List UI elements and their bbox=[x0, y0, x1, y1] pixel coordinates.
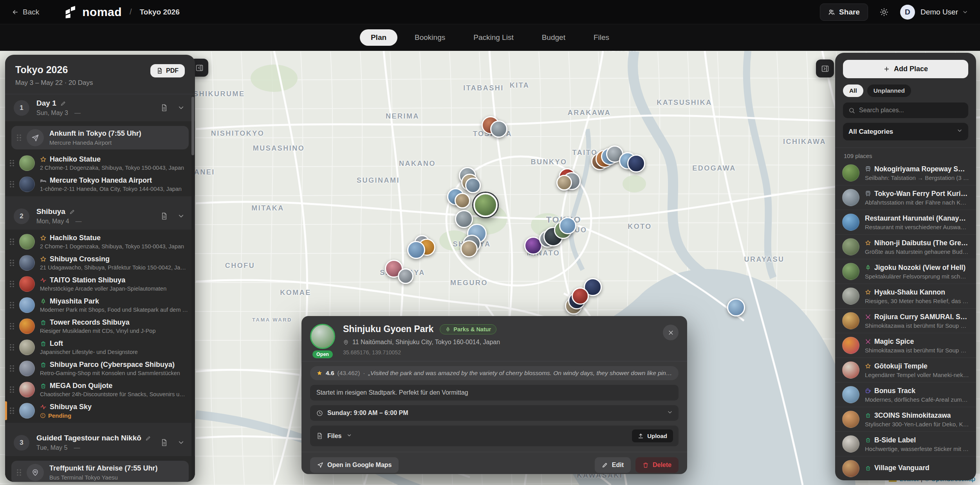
drag-handle[interactable] bbox=[10, 281, 14, 287]
place-list-item[interactable]: Gōtokuji TempleLegendärer Tempel voller … bbox=[835, 358, 976, 383]
place-list-item[interactable]: Hyaku-Shaku KannonRiesiges, 30 Meter hoh… bbox=[835, 284, 976, 309]
pdf-export-button[interactable]: PDF bbox=[150, 64, 185, 77]
place-list-item[interactable]: Nokogiriyama Ropeway Sum...Seilbahn: Tal… bbox=[835, 161, 976, 185]
tab-budget[interactable]: Budget bbox=[531, 29, 576, 46]
place-list-item[interactable]: 3COINS ShimokitazawaStylischer 300-Yen-L… bbox=[835, 407, 976, 432]
chevron-down-icon[interactable] bbox=[177, 104, 185, 111]
map-marker[interactable] bbox=[556, 175, 572, 190]
add-place-button[interactable]: Add Place bbox=[843, 60, 968, 78]
itinerary-place-row[interactable]: MEGA Don QuijoteChaotischer 24h-Discount… bbox=[5, 379, 195, 400]
files-row[interactable]: Files Upload bbox=[310, 426, 679, 446]
drag-handle[interactable] bbox=[10, 408, 14, 414]
drag-handle[interactable] bbox=[10, 302, 14, 309]
place-list-item[interactable]: Bonus TrackModernes, dörfliches Café-Are… bbox=[835, 383, 976, 407]
itinerary-place-row[interactable]: Mercure Tokyo Haneda Airport 1-chōme-2-1… bbox=[5, 174, 195, 195]
map-marker-selected[interactable] bbox=[473, 193, 498, 217]
place-list-item[interactable]: Village Vanguard bbox=[835, 456, 976, 480]
delete-button[interactable]: Delete bbox=[635, 457, 679, 473]
chevron-down-icon[interactable] bbox=[962, 9, 968, 15]
tab-bookings[interactable]: Bookings bbox=[404, 29, 456, 46]
place-list-item[interactable]: Rojiura Curry SAMURAI. Shim...Shimokitaz… bbox=[835, 309, 976, 333]
search-input[interactable] bbox=[859, 107, 963, 114]
close-button[interactable] bbox=[663, 325, 679, 340]
itinerary-place-row[interactable]: Tower Records ShibuyaRiesiger Musikladen… bbox=[5, 316, 195, 337]
nomad-logo-icon bbox=[64, 5, 78, 19]
itinerary-place-row[interactable]: Hachiko Statue2 Chome-1 Dogenzaka, Shibu… bbox=[5, 231, 195, 252]
place-list-item[interactable]: Jigoku Nozoki (View of Hell)Spektakuläre… bbox=[835, 259, 976, 284]
pencil-icon[interactable] bbox=[145, 435, 151, 441]
itinerary-place-row[interactable]: Shibuya Crossing21 Udagawacho, Shibuya, … bbox=[5, 252, 195, 273]
day-notes-icon[interactable] bbox=[161, 439, 168, 446]
open-google-maps-button[interactable]: Open in Google Maps bbox=[310, 457, 399, 473]
itinerary-place-row[interactable]: Miyashita ParkModerner Park mit Shops, F… bbox=[5, 295, 195, 316]
place-list-item[interactable]: Magic SpiceShimokitazawa ist berühmt für… bbox=[835, 333, 976, 358]
day-1-header[interactable]: 1 Day 1 Sun, May 3 — bbox=[5, 94, 195, 121]
map-marker[interactable] bbox=[727, 298, 745, 316]
map-marker[interactable] bbox=[460, 240, 478, 257]
drag-handle[interactable] bbox=[10, 323, 14, 330]
edit-button[interactable]: Edit bbox=[595, 457, 631, 473]
scrollbar-thumb[interactable] bbox=[191, 97, 194, 155]
filter-all-chip[interactable]: All bbox=[843, 84, 863, 97]
map-marker[interactable] bbox=[627, 154, 645, 172]
drag-handle[interactable] bbox=[10, 239, 14, 245]
category-filter-select[interactable]: All Categories bbox=[843, 123, 968, 140]
chevron-down-icon[interactable] bbox=[177, 212, 185, 220]
itinerary-place-row[interactable]: Hachiko Statue 2 Chome-1 Dogenzaka, Shib… bbox=[5, 153, 195, 174]
place-list-item[interactable]: B-Side LabelHochwertige, wasserfeste Sti… bbox=[835, 432, 976, 456]
itinerary-place-row[interactable]: TAITO Station ShibuyaMehrstöckige Arcade… bbox=[5, 273, 195, 295]
rating-review-pill[interactable]: 4.6 (43.462) · „Visited the park and was… bbox=[310, 366, 679, 380]
place-list-item[interactable]: Tokyo-Wan Ferry Port Kuriha...Abfahrtsst… bbox=[835, 185, 976, 210]
tab-packing-list[interactable]: Packing List bbox=[462, 29, 524, 46]
places-list[interactable]: Nokogiriyama Ropeway Sum...Seilbahn: Tal… bbox=[835, 161, 976, 480]
map-marker[interactable] bbox=[455, 210, 473, 228]
itinerary-place-row[interactable]: LoftJapanischer Lifestyle- und Designsto… bbox=[5, 337, 195, 358]
drag-handle[interactable] bbox=[10, 260, 14, 266]
map-marker[interactable] bbox=[572, 287, 589, 305]
drag-handle[interactable] bbox=[10, 365, 14, 372]
place-list-item[interactable]: Nihon-ji Daibutsu (The Great ...Größte a… bbox=[835, 235, 976, 259]
drag-handle[interactable] bbox=[10, 386, 14, 393]
collapse-right-panel-button[interactable] bbox=[816, 59, 834, 77]
opening-hours-row[interactable]: Sunday: 9:00 AM – 6:00 PM bbox=[310, 405, 679, 421]
place-list-item[interactable]: Restaurant Harunatei (Kanaya Po...Restau… bbox=[835, 210, 976, 235]
drag-handle[interactable] bbox=[10, 181, 14, 188]
search-box[interactable] bbox=[843, 102, 968, 118]
share-button[interactable]: Share bbox=[820, 4, 868, 21]
tab-files[interactable]: Files bbox=[583, 29, 620, 46]
map-marker[interactable] bbox=[490, 120, 507, 138]
upload-button[interactable]: Upload bbox=[632, 429, 673, 442]
map-marker[interactable] bbox=[398, 268, 413, 284]
itinerary-place-row[interactable]: Shibuya SkyPending bbox=[5, 400, 195, 421]
pencil-icon[interactable] bbox=[69, 209, 75, 215]
chevron-down-icon[interactable] bbox=[177, 439, 185, 446]
drag-handle[interactable] bbox=[17, 135, 21, 141]
map-marker[interactable] bbox=[455, 193, 470, 208]
drag-handle[interactable] bbox=[10, 160, 14, 167]
note-input[interactable]: Startet im riesigen Stadtpark. Perfekt f… bbox=[310, 385, 679, 401]
map-marker[interactable] bbox=[559, 217, 576, 234]
pencil-icon[interactable] bbox=[60, 101, 66, 106]
drag-handle[interactable] bbox=[10, 344, 14, 351]
itinerary-place-row[interactable]: Shibuya Parco (Cyberspace Shibuya)Retro-… bbox=[5, 358, 195, 379]
theme-toggle-button[interactable] bbox=[880, 8, 888, 16]
map-marker[interactable] bbox=[465, 178, 481, 193]
brand-logo[interactable]: nomad bbox=[64, 5, 122, 19]
itinerary-event-card[interactable]: Treffpunkt für Abreise (7:55 Uhr) Bus Te… bbox=[11, 461, 189, 482]
day-notes-icon[interactable] bbox=[161, 104, 168, 111]
bag-icon bbox=[40, 319, 47, 326]
place-photo bbox=[842, 287, 859, 305]
itinerary-event-card[interactable]: Ankunft in Tokyo (7:55 Uhr) Mercure Hane… bbox=[11, 126, 189, 149]
bag-icon bbox=[865, 465, 871, 471]
back-button[interactable]: Back bbox=[12, 8, 39, 16]
drag-handle[interactable] bbox=[17, 469, 21, 476]
day-3-header[interactable]: 3 Guided Tagestour nach Nikkō Tue, May 5… bbox=[5, 429, 195, 456]
tab-plan[interactable]: Plan bbox=[360, 29, 397, 46]
map-marker[interactable] bbox=[407, 241, 425, 259]
day-2-header[interactable]: 2 Shibuya Mon, May 4 — bbox=[5, 203, 195, 230]
status-badge: Pending bbox=[40, 412, 188, 419]
avatar[interactable]: D bbox=[900, 5, 915, 20]
place-title: Loft bbox=[50, 340, 63, 348]
filter-unplanned-chip[interactable]: Unplanned bbox=[867, 84, 911, 97]
day-notes-icon[interactable] bbox=[161, 212, 168, 220]
